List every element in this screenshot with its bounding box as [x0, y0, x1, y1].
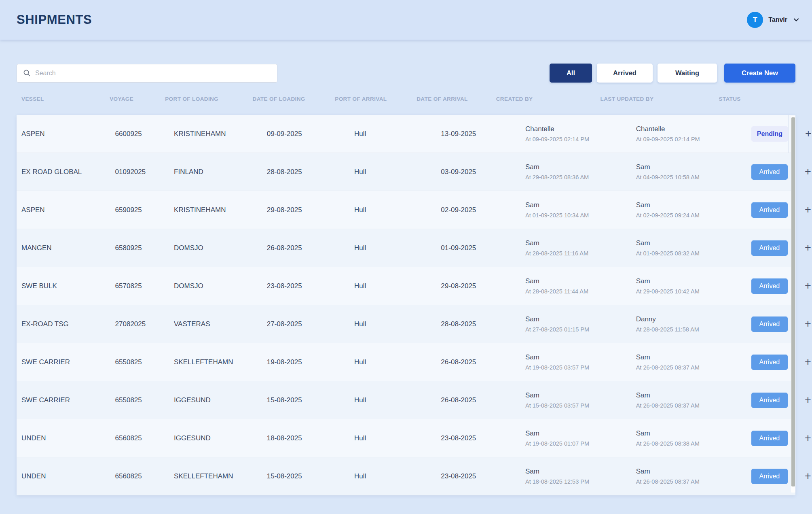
created-by-timestamp: At 28-08-2025 11:44 AM — [525, 288, 636, 295]
page-title: SHIPMENTS — [17, 13, 92, 27]
last-updated-by-cell: Sam At 26-08-2025 08:37 AM — [636, 343, 751, 381]
table-row[interactable]: ASPEN 6600925 KRISTINEHAMN 09-09-2025 Hu… — [17, 115, 795, 153]
vessel-cell: UNDEN — [21, 419, 115, 457]
plus-icon: + — [805, 128, 812, 139]
col-header-status: STATUS — [709, 96, 751, 102]
status-badge: Arrived — [751, 355, 788, 370]
date-of-arrival-cell: 29-08-2025 — [441, 267, 525, 305]
date-of-loading-cell: 26-08-2025 — [267, 229, 354, 267]
status-badge: Arrived — [751, 431, 788, 446]
last-updated-by-cell: Chantelle At 09-09-2025 02:14 PM — [636, 115, 751, 153]
last-updated-by-cell: Danny At 28-08-2025 11:58 AM — [636, 305, 751, 343]
created-by-cell: Sam At 19-08-2025 03:57 PM — [525, 343, 636, 381]
date-of-loading-cell: 15-08-2025 — [267, 457, 354, 495]
date-of-arrival-cell: 23-08-2025 — [441, 419, 525, 457]
port-of-loading-cell: SKELLEFTEHAMN — [174, 457, 267, 495]
last-updated-by-timestamp: At 26-08-2025 08:37 AM — [636, 364, 751, 371]
table-row[interactable]: UNDEN 6560825 SKELLEFTEHAMN 15-08-2025 H… — [17, 457, 795, 495]
status-cell: Arrived — [751, 305, 788, 343]
table-row[interactable]: UNDEN 6560825 IGGESUND 18-08-2025 Hull 2… — [17, 419, 795, 457]
date-of-arrival-cell: 28-08-2025 — [441, 305, 525, 343]
scrollbar-thumb[interactable] — [791, 117, 795, 486]
table-row[interactable]: SWE CARRIER 6550825 SKELLEFTEHAMN 19-08-… — [17, 343, 795, 381]
port-of-loading-cell: IGGESUND — [174, 419, 267, 457]
avatar[interactable]: T — [747, 12, 763, 28]
table-row[interactable]: EX-ROAD TSG 27082025 VASTERAS 27-08-2025… — [17, 305, 795, 343]
shipments-table: VESSEL VOYAGE PORT OF LOADING DATE OF LO… — [17, 83, 795, 495]
port-of-arrival-cell: Hull — [354, 229, 441, 267]
created-by-cell: Sam At 19-08-2025 01:07 PM — [525, 419, 636, 457]
last-updated-by-cell: Sam At 26-08-2025 08:37 AM — [636, 457, 751, 495]
last-updated-by-name: Sam — [636, 429, 751, 438]
vertical-scrollbar[interactable] — [791, 116, 795, 493]
last-updated-by-name: Sam — [636, 277, 751, 285]
col-header-vessel: VESSEL — [21, 96, 110, 102]
tab-waiting[interactable]: Waiting — [658, 64, 717, 83]
last-updated-by-timestamp: At 01-09-2025 08:32 AM — [636, 250, 751, 257]
date-of-loading-cell: 27-08-2025 — [267, 305, 354, 343]
date-of-loading-cell: 19-08-2025 — [267, 343, 354, 381]
vessel-cell: ASPEN — [21, 115, 115, 153]
status-cell: Arrived — [751, 419, 788, 457]
voyage-cell: 6570825 — [115, 267, 174, 305]
plus-icon: + — [805, 242, 811, 253]
chevron-down-icon[interactable] — [793, 16, 800, 23]
status-badge: Arrived — [751, 164, 788, 180]
port-of-arrival-cell: Hull — [354, 381, 441, 419]
created-by-name: Sam — [525, 239, 636, 247]
last-updated-by-timestamp: At 29-08-2025 10:42 AM — [636, 288, 751, 295]
tab-arrived[interactable]: Arrived — [597, 64, 653, 83]
table-row[interactable]: EX ROAD GLOBAL 01092025 FINLAND 28-08-20… — [17, 153, 795, 191]
search-input[interactable] — [35, 70, 271, 77]
voyage-cell: 6590925 — [115, 191, 174, 229]
table-row[interactable]: SWE CARRIER 6550825 IGGESUND 15-08-2025 … — [17, 381, 795, 419]
created-by-name: Sam — [525, 201, 636, 209]
port-of-arrival-cell: Hull — [354, 305, 441, 343]
last-updated-by-timestamp: At 26-08-2025 08:38 AM — [636, 440, 751, 447]
last-updated-by-cell: Sam At 26-08-2025 08:37 AM — [636, 381, 751, 419]
plus-icon: + — [805, 471, 811, 482]
create-new-button[interactable]: Create New — [724, 64, 795, 83]
toolbar: All Arrived Waiting Create New — [17, 64, 795, 83]
search-box[interactable] — [17, 64, 277, 83]
created-by-cell: Sam At 15-08-2025 03:57 PM — [525, 381, 636, 419]
created-by-cell: Sam At 28-08-2025 11:44 AM — [525, 267, 636, 305]
status-badge: Pending — [751, 126, 788, 142]
date-of-arrival-cell: 13-09-2025 — [441, 115, 525, 153]
date-of-arrival-cell: 26-08-2025 — [441, 381, 525, 419]
last-updated-by-cell: Sam At 26-08-2025 08:38 AM — [636, 419, 751, 457]
last-updated-by-name: Sam — [636, 391, 751, 399]
created-by-name: Sam — [525, 467, 636, 476]
port-of-loading-cell: FINLAND — [174, 153, 267, 191]
status-cell: Arrived — [751, 191, 788, 229]
created-by-timestamp: At 27-08-2025 01:15 PM — [525, 326, 636, 333]
table-row[interactable]: SWE BULK 6570825 DOMSJO 23-08-2025 Hull … — [17, 267, 795, 305]
status-cell: Pending — [751, 115, 788, 153]
table-row[interactable]: ASPEN 6590925 KRISTINEHAMN 29-08-2025 Hu… — [17, 191, 795, 229]
created-by-cell: Sam At 27-08-2025 01:15 PM — [525, 305, 636, 343]
port-of-loading-cell: DOMSJO — [174, 229, 267, 267]
user-menu[interactable]: T Tanvir — [747, 12, 800, 28]
created-by-timestamp: At 19-08-2025 03:57 PM — [525, 364, 636, 371]
search-icon — [23, 69, 31, 77]
port-of-loading-cell: KRISTINEHAMN — [174, 115, 267, 153]
created-by-timestamp: At 01-09-2025 10:34 AM — [525, 212, 636, 219]
created-by-cell: Sam At 28-08-2025 11:16 AM — [525, 229, 636, 267]
status-badge: Arrived — [751, 202, 788, 218]
voyage-cell: 6580925 — [115, 229, 174, 267]
date-of-loading-cell: 09-09-2025 — [267, 115, 354, 153]
date-of-loading-cell: 29-08-2025 — [267, 191, 354, 229]
table-row[interactable]: MANGEN 6580925 DOMSJO 26-08-2025 Hull 01… — [17, 229, 795, 267]
vessel-cell: ASPEN — [21, 191, 115, 229]
port-of-loading-cell: SKELLEFTEHAMN — [174, 343, 267, 381]
vessel-cell: SWE CARRIER — [21, 381, 115, 419]
date-of-loading-cell: 18-08-2025 — [267, 419, 354, 457]
port-of-loading-cell: VASTERAS — [174, 305, 267, 343]
port-of-arrival-cell: Hull — [354, 153, 441, 191]
status-cell: Arrived — [751, 267, 788, 305]
status-cell: Arrived — [751, 381, 788, 419]
voyage-cell: 6600925 — [115, 115, 174, 153]
tab-all[interactable]: All — [550, 64, 592, 83]
date-of-loading-cell: 23-08-2025 — [267, 267, 354, 305]
created-by-cell: Sam At 29-08-2025 08:36 AM — [525, 153, 636, 191]
